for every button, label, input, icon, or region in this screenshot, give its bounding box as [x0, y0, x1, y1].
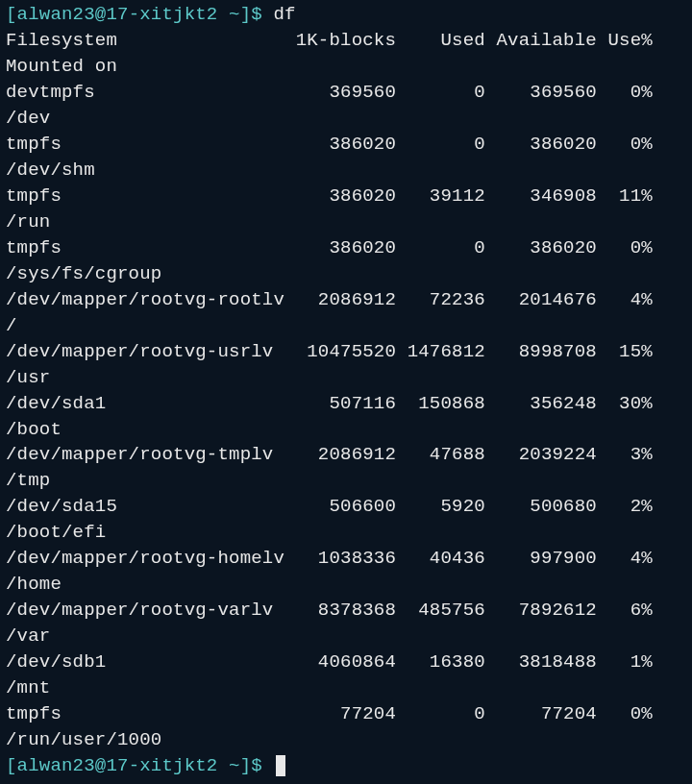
df-mount: /dev/shm: [6, 158, 686, 184]
df-header-row-1: Filesystem 1K-blocks Used Available Use%: [6, 28, 686, 54]
terminal-output: [alwan23@17-xitjkt2 ~]$ df Filesystem 1K…: [6, 2, 686, 779]
df-mount: /tmp: [6, 468, 686, 494]
prompt-user: alwan23: [17, 755, 95, 776]
df-mount: /var: [6, 624, 686, 649]
df-mount: /: [6, 313, 686, 339]
prompt-line-2[interactable]: [alwan23@17-xitjkt2 ~]$: [6, 753, 686, 779]
prompt-symbol: $: [251, 755, 262, 776]
df-mount: /boot: [6, 417, 686, 443]
df-mount: /dev: [6, 106, 686, 132]
df-row: /dev/mapper/rootvg-tmplv 2086912 47688 2…: [6, 442, 686, 468]
df-row: tmpfs 386020 0 386020 0%: [6, 132, 686, 158]
df-mount: /mnt: [6, 675, 686, 701]
prompt-symbol: $: [251, 4, 262, 25]
df-row: tmpfs 386020 39112 346908 11%: [6, 184, 686, 209]
prompt-at: @: [95, 755, 107, 776]
prompt-bracket-open: [: [6, 755, 17, 776]
prompt-bracket-close: ]: [240, 755, 252, 776]
prompt-host: 17-xitjkt2: [106, 755, 217, 776]
df-row: /dev/sda1 507116 150868 356248 30%: [6, 391, 686, 417]
df-row: /dev/mapper/rootvg-homelv 1038336 40436 …: [6, 546, 686, 572]
prompt-path: ~: [229, 755, 240, 776]
prompt-at: @: [95, 4, 107, 25]
df-row: /dev/mapper/rootvg-usrlv 10475520 147681…: [6, 339, 686, 365]
df-row: tmpfs 77204 0 77204 0%: [6, 701, 686, 727]
prompt-host: 17-xitjkt2: [106, 4, 217, 25]
df-mount: /sys/fs/cgroup: [6, 261, 686, 287]
df-mount: /boot/efi: [6, 520, 686, 546]
df-row: /dev/sda15 506600 5920 500680 2%: [6, 494, 686, 520]
df-row: devtmpfs 369560 0 369560 0%: [6, 80, 686, 106]
prompt-user: alwan23: [17, 4, 95, 25]
df-mount: /run: [6, 209, 686, 235]
df-row: /dev/mapper/rootvg-varlv 8378368 485756 …: [6, 598, 686, 624]
df-row: /dev/sdb1 4060864 16380 3818488 1%: [6, 649, 686, 675]
df-output-table: Filesystem 1K-blocks Used Available Use%…: [6, 28, 686, 753]
prompt-bracket-open: [: [6, 4, 17, 25]
df-mount: /home: [6, 572, 686, 598]
command-line: [alwan23@17-xitjkt2 ~]$ df: [6, 2, 686, 28]
df-header-row-2: Mounted on: [6, 54, 686, 80]
df-mount: /usr: [6, 365, 686, 391]
df-row: /dev/mapper/rootvg-rootlv 2086912 72236 …: [6, 287, 686, 313]
df-mount: /run/user/1000: [6, 727, 686, 753]
df-row: tmpfs 386020 0 386020 0%: [6, 235, 686, 261]
prompt-path: ~: [229, 4, 240, 25]
prompt-bracket-close: ]: [240, 4, 252, 25]
cursor[interactable]: [276, 755, 285, 776]
entered-command: df: [274, 4, 296, 25]
